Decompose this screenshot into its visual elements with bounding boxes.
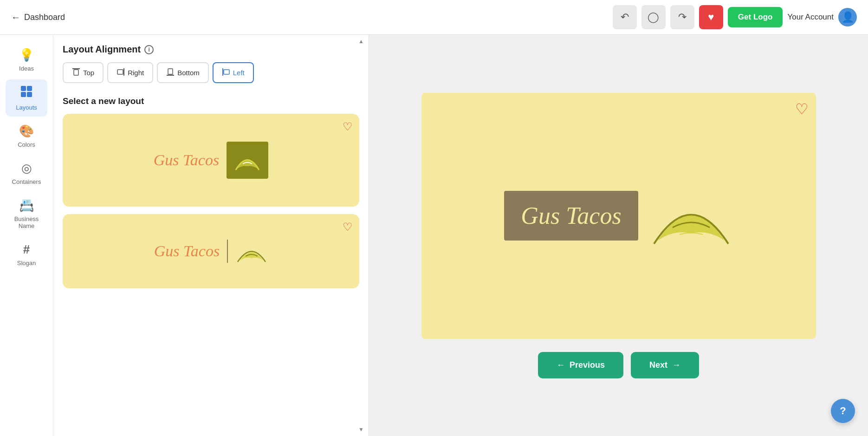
info-icon: i <box>144 45 154 54</box>
layouts-icon <box>20 85 33 101</box>
undo-icon: ↶ <box>621 11 629 23</box>
previous-label: Previous <box>570 360 605 370</box>
divider <box>227 240 228 263</box>
previous-button[interactable]: ← Previous <box>538 352 623 378</box>
previous-arrow-icon: ← <box>557 360 565 370</box>
back-button[interactable]: ← Dashboard <box>11 12 65 23</box>
card1-logo: Gus Tacos <box>154 142 268 179</box>
business-name-icon: 📇 <box>19 198 34 213</box>
heart-outline-icon: ♡ <box>343 120 353 133</box>
next-arrow-icon: → <box>672 360 680 370</box>
colors-label: Colors <box>18 141 35 148</box>
preview-taco-icon <box>649 181 733 251</box>
heart-icon: ♥ <box>708 11 714 23</box>
align-bottom-icon <box>166 68 175 78</box>
scroll-up-arrow[interactable]: ▲ <box>357 37 365 46</box>
next-label: Next <box>649 360 667 370</box>
svg-rect-7 <box>117 70 123 74</box>
svg-rect-6 <box>123 68 124 76</box>
sidebar-item-slogan[interactable]: # Slogan <box>6 237 47 272</box>
card1-icon-box <box>227 142 268 179</box>
containers-label: Containers <box>12 178 41 185</box>
card2-taco-icon <box>235 239 268 264</box>
layout-card-2-heart[interactable]: ♡ <box>343 221 353 234</box>
containers-icon: ◎ <box>21 161 32 176</box>
svg-rect-5 <box>74 70 78 75</box>
heart-outline-icon-2: ♡ <box>343 221 353 233</box>
preview-heart-button[interactable]: ♡ <box>795 100 809 118</box>
slogan-icon: # <box>23 242 30 257</box>
scroll-down-arrow[interactable]: ▼ <box>357 425 365 434</box>
svg-rect-11 <box>224 70 229 74</box>
avatar-icon: 👤 <box>842 11 854 23</box>
redo-icon: ↷ <box>678 11 687 23</box>
business-name-label: Business Name <box>9 215 44 229</box>
your-account-button[interactable]: Your Account 👤 <box>787 8 857 26</box>
layout-card-1-heart[interactable]: ♡ <box>343 120 353 133</box>
preview-brand-name: Gus Tacos <box>521 202 621 229</box>
header: ← Dashboard ↶ ◯ ↷ ♥ Get Logo Your Accoun… <box>0 0 868 35</box>
preview-logo: Gus Tacos <box>504 181 732 251</box>
card2-logo: Gus Tacos <box>154 239 268 264</box>
card2-brand-text: Gus Tacos <box>154 242 220 260</box>
sidebar: 💡 Ideas Layouts 🎨 Colors ◎ Containers 📇 <box>0 35 53 436</box>
redo-button[interactable]: ↷ <box>670 5 694 29</box>
slogan-label: Slogan <box>17 260 36 267</box>
align-right-icon <box>117 68 125 78</box>
sidebar-item-layouts[interactable]: Layouts <box>6 79 47 117</box>
back-arrow-icon: ← <box>11 12 20 23</box>
svg-rect-0 <box>21 86 26 91</box>
ideas-label: Ideas <box>19 65 34 72</box>
sidebar-item-containers[interactable]: ◎ Containers <box>6 156 47 191</box>
your-account-label: Your Account <box>787 13 834 22</box>
layout-card-1[interactable]: ♡ Gus Tacos <box>63 114 359 207</box>
svg-rect-8 <box>167 75 174 76</box>
svg-rect-1 <box>27 86 32 91</box>
history-icon: ◯ <box>648 11 659 23</box>
dashboard-label: Dashboard <box>24 13 65 22</box>
history-button[interactable]: ◯ <box>641 5 666 29</box>
sidebar-item-colors[interactable]: 🎨 Colors <box>6 118 47 154</box>
svg-rect-10 <box>222 68 223 76</box>
preview-area: ♡ Gus Tacos ← Previous Next → <box>369 35 868 436</box>
card1-brand-text: Gus Tacos <box>154 151 219 169</box>
sidebar-item-ideas[interactable]: 💡 Ideas <box>6 42 47 78</box>
undo-button[interactable]: ↶ <box>613 5 637 29</box>
layout-card-2[interactable]: ♡ Gus Tacos <box>63 214 359 288</box>
align-top-icon <box>72 68 80 78</box>
layouts-label: Layouts <box>16 104 37 111</box>
help-icon: ? <box>840 405 846 417</box>
panel: ▲ Layout Alignment i Top <box>53 35 369 436</box>
align-right-button[interactable]: Right <box>107 62 153 83</box>
svg-rect-3 <box>27 92 32 97</box>
alignment-title: Layout Alignment i <box>63 44 359 55</box>
align-left-button[interactable]: Left <box>213 62 254 83</box>
sidebar-item-business-name[interactable]: 📇 Business Name <box>6 193 47 235</box>
svg-rect-4 <box>72 68 80 69</box>
preview-canvas: ♡ Gus Tacos <box>421 93 816 339</box>
svg-rect-9 <box>168 69 173 74</box>
align-left-icon <box>222 68 230 78</box>
get-logo-button[interactable]: Get Logo <box>728 7 783 27</box>
header-actions: ↶ ◯ ↷ ♥ Get Logo Your Account 👤 <box>613 5 857 29</box>
layout-section-title: Select a new layout <box>63 96 359 106</box>
svg-rect-2 <box>21 92 26 97</box>
align-bottom-button[interactable]: Bottom <box>157 62 209 83</box>
favorite-button[interactable]: ♥ <box>699 5 723 29</box>
preview-name-box: Gus Tacos <box>504 191 638 241</box>
avatar: 👤 <box>838 8 857 26</box>
colors-icon: 🎨 <box>19 124 34 138</box>
help-button[interactable]: ? <box>831 399 855 423</box>
align-top-button[interactable]: Top <box>63 62 104 83</box>
ideas-icon: 💡 <box>19 48 34 62</box>
get-logo-label: Get Logo <box>738 13 773 21</box>
alignment-buttons: Top Right <box>63 62 359 83</box>
next-button[interactable]: Next → <box>631 352 699 378</box>
main-area: 💡 Ideas Layouts 🎨 Colors ◎ Containers 📇 <box>0 35 868 436</box>
panel-content: Layout Alignment i Top <box>53 35 369 436</box>
preview-nav: ← Previous Next → <box>538 352 699 378</box>
